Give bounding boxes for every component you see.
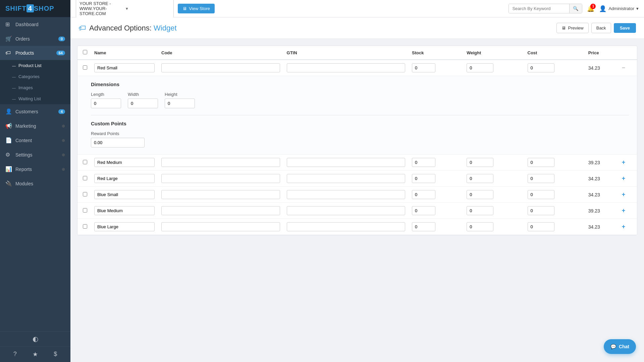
sidebar-item-customers[interactable]: 👤 Customers 4 bbox=[0, 104, 70, 119]
name-input-blue-medium[interactable] bbox=[94, 206, 155, 215]
code-input-red-small[interactable] bbox=[161, 63, 280, 72]
gtin-input-red-medium[interactable] bbox=[287, 158, 406, 167]
code-input-red-medium[interactable] bbox=[161, 158, 280, 167]
sidebar-item-dashboard[interactable]: ⊞ Dashboard bbox=[0, 17, 70, 32]
page-actions: 🖥 Preview Back Save bbox=[556, 23, 636, 33]
cost-input-red-medium[interactable] bbox=[528, 158, 554, 167]
row-checkbox-blue-small[interactable] bbox=[83, 192, 87, 196]
row-checkbox-red-medium[interactable] bbox=[83, 160, 87, 164]
preview-button[interactable]: 🖥 Preview bbox=[556, 23, 588, 33]
length-input[interactable] bbox=[91, 99, 121, 108]
gtin-input-blue-medium[interactable] bbox=[287, 206, 406, 215]
search-box: 🔍 bbox=[508, 4, 582, 13]
weight-input-blue-small[interactable] bbox=[467, 190, 493, 199]
dimensions-section: Dimensions Length Width bbox=[91, 81, 629, 108]
topbar-right: 🔍 🔔 1 👤 Administrator ▾ bbox=[508, 4, 639, 13]
sidebar-item-products[interactable]: 🏷 Products 64 bbox=[0, 46, 70, 60]
stock-input-red-large[interactable] bbox=[412, 174, 435, 183]
sidebar-sub-categories[interactable]: Categories bbox=[0, 71, 70, 82]
sidebar-item-content[interactable]: 📄 Content ⊕ bbox=[0, 133, 70, 147]
stock-input-blue-medium[interactable] bbox=[412, 206, 435, 215]
code-input-red-large[interactable] bbox=[161, 174, 280, 183]
reward-points-input[interactable] bbox=[91, 138, 145, 147]
height-input[interactable] bbox=[165, 99, 195, 108]
sidebar-collapse-btn[interactable]: ◐ bbox=[0, 331, 70, 346]
weight-input-blue-medium[interactable] bbox=[467, 206, 493, 215]
star-icon[interactable]: ★ bbox=[33, 351, 38, 358]
name-input-red-medium[interactable] bbox=[94, 158, 155, 167]
save-button[interactable]: Save bbox=[614, 23, 636, 33]
table-row: 34.23 + bbox=[77, 187, 637, 203]
code-input-blue-small[interactable] bbox=[161, 190, 280, 199]
content-area: 🏷 Advanced Options: Widget 🖥 Preview Bac… bbox=[70, 17, 644, 362]
variants-table-container: Name Code GTIN Stock Weight Cost Price bbox=[77, 46, 637, 235]
sidebar-sub-product-list[interactable]: Product List bbox=[0, 60, 70, 71]
chat-button[interactable]: 💬 Chat bbox=[604, 339, 636, 354]
name-input-red-small[interactable] bbox=[94, 63, 155, 72]
name-input-blue-large[interactable] bbox=[94, 222, 155, 231]
gtin-input-blue-small[interactable] bbox=[287, 190, 406, 199]
width-input[interactable] bbox=[128, 99, 158, 108]
preview-icon: 🖥 bbox=[561, 25, 566, 31]
sidebar-item-marketing[interactable]: 📢 Marketing ⊕ bbox=[0, 119, 70, 133]
dimensions-fields: Length Width Height bbox=[91, 92, 629, 108]
expand-button-blue-medium[interactable]: + bbox=[622, 207, 626, 214]
help-icon[interactable]: ? bbox=[13, 351, 17, 358]
expand-button-red-medium[interactable]: + bbox=[622, 159, 626, 166]
collapse-button-red-small[interactable]: − bbox=[622, 64, 626, 71]
expand-button-blue-small[interactable]: + bbox=[622, 191, 626, 198]
expand-button-blue-large[interactable]: + bbox=[622, 223, 626, 230]
back-button[interactable]: Back bbox=[591, 23, 611, 33]
code-input-blue-large[interactable] bbox=[161, 222, 280, 231]
cost-input-red-large[interactable] bbox=[528, 174, 554, 183]
store-select[interactable]: YOUR STORE - WWW.YOUR-STORE.COM ▾ bbox=[76, 0, 174, 18]
sidebar-sub-waiting-list[interactable]: Waiting List bbox=[0, 93, 70, 104]
row-checkbox-blue-medium[interactable] bbox=[83, 208, 87, 213]
gtin-input-red-large[interactable] bbox=[287, 174, 406, 183]
weight-input-red-medium[interactable] bbox=[467, 158, 493, 167]
row-checkbox-red-small[interactable] bbox=[83, 65, 87, 70]
cost-input-red-small[interactable] bbox=[528, 63, 554, 72]
dashboard-icon: ⊞ bbox=[5, 21, 12, 27]
name-input-blue-small[interactable] bbox=[94, 190, 155, 199]
sidebar-nav: ⊞ Dashboard 🛒 Orders 0 🏷 Products 64 Pro… bbox=[0, 17, 70, 331]
col-stock: Stock bbox=[409, 46, 463, 60]
width-label: Width bbox=[128, 92, 158, 97]
chat-icon: 💬 bbox=[610, 344, 616, 349]
cost-input-blue-medium[interactable] bbox=[528, 206, 554, 215]
weight-input-blue-large[interactable] bbox=[467, 222, 493, 231]
section-divider bbox=[91, 115, 629, 115]
gtin-input-red-small[interactable] bbox=[287, 63, 406, 72]
sidebar-item-modules[interactable]: 🔌 Modules bbox=[0, 176, 70, 191]
dollar-icon[interactable]: $ bbox=[54, 351, 57, 358]
row-checkbox-blue-large[interactable] bbox=[83, 224, 87, 229]
weight-input-red-large[interactable] bbox=[467, 174, 493, 183]
sidebar-item-reports[interactable]: 📊 Reports ⊕ bbox=[0, 162, 70, 176]
stock-input-blue-large[interactable] bbox=[412, 222, 435, 231]
stock-input-red-small[interactable] bbox=[412, 63, 435, 72]
table-row: 34.23 + bbox=[77, 219, 637, 235]
sidebar-sub-images[interactable]: Images bbox=[0, 82, 70, 93]
search-input[interactable] bbox=[509, 4, 569, 13]
stock-input-red-medium[interactable] bbox=[412, 158, 435, 167]
view-store-button[interactable]: 🖥 View Store bbox=[178, 4, 215, 13]
name-input-red-large[interactable] bbox=[94, 174, 155, 183]
search-button[interactable]: 🔍 bbox=[569, 4, 582, 13]
tag-icon: 🏷 bbox=[78, 24, 86, 33]
cost-input-blue-large[interactable] bbox=[528, 222, 554, 231]
sidebar-item-orders[interactable]: 🛒 Orders 0 bbox=[0, 32, 70, 46]
weight-input-red-small[interactable] bbox=[467, 63, 493, 72]
select-all-checkbox[interactable] bbox=[83, 50, 87, 54]
notification-bell[interactable]: 🔔 1 bbox=[587, 5, 594, 12]
products-icon: 🏷 bbox=[5, 50, 12, 56]
row-checkbox-red-large[interactable] bbox=[83, 176, 87, 180]
sidebar-item-settings[interactable]: ⚙ Settings ⊕ bbox=[0, 147, 70, 162]
code-input-blue-medium[interactable] bbox=[161, 206, 280, 215]
gtin-input-blue-large[interactable] bbox=[287, 222, 406, 231]
user-menu[interactable]: 👤 Administrator ▾ bbox=[599, 5, 639, 12]
logo-text1: SHIFT bbox=[5, 5, 26, 12]
logo-text2: SHOP bbox=[34, 5, 54, 12]
expand-button-red-large[interactable]: + bbox=[622, 175, 626, 182]
cost-input-blue-small[interactable] bbox=[528, 190, 554, 199]
stock-input-blue-small[interactable] bbox=[412, 190, 435, 199]
